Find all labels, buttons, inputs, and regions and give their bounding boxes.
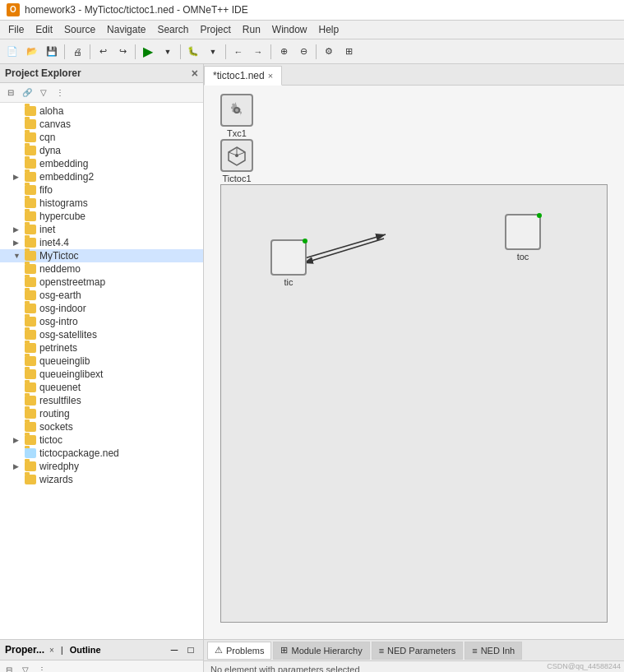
tab-label: *tictoc1.ned xyxy=(213,70,265,81)
svg-line-7 xyxy=(303,239,384,263)
redo-btn[interactable]: ↪ xyxy=(113,43,132,61)
tree-item-inet[interactable]: ▶ inet xyxy=(0,223,203,236)
link-editor-btn[interactable]: 🔗 xyxy=(20,86,35,100)
props-btn1[interactable]: ⊟ xyxy=(2,663,16,673)
tab-ned-inh[interactable]: ≡ NED Inh xyxy=(465,642,522,660)
menu-search[interactable]: Search xyxy=(152,22,193,37)
tic-label: tic xyxy=(284,277,294,287)
tree-item-wizards[interactable]: wizards xyxy=(0,473,203,486)
editor-tab-tictoc1[interactable]: *tictoc1.ned × xyxy=(204,66,282,86)
debug-btn[interactable]: 🐛 xyxy=(184,43,202,61)
tree-item-dyna[interactable]: dyna xyxy=(0,144,203,157)
menu-edit[interactable]: Edit xyxy=(30,22,58,37)
panel-max-btn[interactable]: □ xyxy=(183,642,198,657)
props-btn2[interactable]: ▽ xyxy=(18,663,33,673)
tree-label: sockets xyxy=(39,421,73,433)
tree-item-osg-indoor[interactable]: osg-indoor xyxy=(0,302,203,315)
panel-close-btn[interactable]: × xyxy=(192,67,198,80)
ned-inh-label: NED Inh xyxy=(481,646,515,656)
extra-btn1[interactable]: ⚙ xyxy=(320,43,338,61)
tictoc1-icon xyxy=(220,139,253,172)
print-btn[interactable]: 🖨 xyxy=(68,43,86,61)
menu-project[interactable]: Project xyxy=(195,22,235,37)
folder-icon xyxy=(25,238,36,248)
tree-item-tictoc[interactable]: ▶ tictoc xyxy=(0,433,203,447)
ned-parameters-icon: ≡ xyxy=(379,646,384,656)
tree-item-routing[interactable]: routing xyxy=(0,407,203,420)
tree-item-resultfiles[interactable]: resultfiles xyxy=(0,394,203,407)
svg-line-6 xyxy=(302,234,386,259)
tab-problems[interactable]: ⚠ Problems xyxy=(207,642,271,660)
svg-line-3 xyxy=(237,152,245,155)
panel-toolbar: ⊟ 🔗 ▽ ⋮ xyxy=(0,83,203,103)
folder-icon xyxy=(25,343,36,353)
window-title: homework3 - MyTictoc/tictoc1.ned - OMNeT… xyxy=(25,4,248,16)
tab-ned-parameters[interactable]: ≡ NED Parameters xyxy=(372,642,464,660)
folder-icon xyxy=(25,435,36,445)
tree-item-osg-intro[interactable]: osg-intro xyxy=(0,315,203,328)
panel-min-btn[interactable]: ─ xyxy=(167,642,182,657)
tree-label: queuenet xyxy=(39,382,81,393)
tree-item-tictocpackage[interactable]: tictocpackage.ned xyxy=(0,447,203,460)
run-btn[interactable]: ▶ xyxy=(139,43,157,61)
new-btn[interactable]: 📄 xyxy=(3,43,21,61)
props-btn3[interactable]: ⋮ xyxy=(35,663,49,673)
menu-source[interactable]: Source xyxy=(59,22,100,37)
tree-item-embedding[interactable]: embedding xyxy=(0,157,203,170)
forward-btn[interactable]: → xyxy=(249,43,267,61)
extra-btn2[interactable]: ⊞ xyxy=(340,43,358,61)
tree-item-queueinglib[interactable]: queueinglib xyxy=(0,355,203,368)
tree-item-queuenet[interactable]: queuenet xyxy=(0,381,203,394)
tree-item-openstreetmap[interactable]: openstreetmap xyxy=(0,276,203,289)
menu-navigate[interactable]: Navigate xyxy=(102,22,150,37)
folder-icon xyxy=(25,277,36,287)
save-btn[interactable]: 💾 xyxy=(43,43,61,61)
debug-dropdown[interactable]: ▼ xyxy=(204,43,222,61)
tab-close-btn[interactable]: × xyxy=(268,71,273,81)
tree-item-embedding2[interactable]: ▶ embedding2 xyxy=(0,170,203,183)
tree-item-cqn[interactable]: cqn xyxy=(0,131,203,144)
tree-item-inet44[interactable]: ▶ inet4.4 xyxy=(0,236,203,249)
tree-item-wiredphy[interactable]: ▶ wiredphy xyxy=(0,460,203,473)
tree-item-osg-satellites[interactable]: osg-satellites xyxy=(0,328,203,341)
app-icon: O xyxy=(7,3,20,16)
open-btn[interactable]: 📂 xyxy=(23,43,41,61)
collapse-all-btn[interactable]: ⊟ xyxy=(3,86,18,100)
tic-port-out xyxy=(303,239,307,243)
tree-item-queueinglibext[interactable]: queueinglibext xyxy=(0,368,203,381)
tree-item-hypercube[interactable]: hypercube xyxy=(0,210,203,223)
zoom-out-btn[interactable]: ⊖ xyxy=(294,43,312,61)
folder-icon xyxy=(25,330,36,340)
undo-btn[interactable]: ↩ xyxy=(94,43,112,61)
tree-item-sockets[interactable]: sockets xyxy=(0,420,203,433)
tictoc1-module[interactable]: Tictoc1 xyxy=(220,139,253,183)
main-layout: Project Explorer × ⊟ 🔗 ▽ ⋮ aloha canvas xyxy=(0,64,624,639)
tree-item-petrinets[interactable]: petrinets xyxy=(0,341,203,355)
tree-item-mytictoc[interactable]: ▼ MyTictoc xyxy=(0,249,203,262)
tree-label: queueinglib xyxy=(39,355,90,367)
menu-help[interactable]: Help xyxy=(314,22,344,37)
back-btn[interactable]: ← xyxy=(229,43,247,61)
tree-label: osg-intro xyxy=(39,316,78,327)
tree-item-neddemo[interactable]: neddemo xyxy=(0,262,203,276)
menu-run[interactable]: Run xyxy=(238,22,266,37)
more-btn[interactable]: ⋮ xyxy=(53,86,67,100)
ned-parameters-label: NED Parameters xyxy=(387,646,455,656)
menu-file[interactable]: File xyxy=(3,22,29,37)
tree-label: resultfiles xyxy=(39,395,81,406)
folder-icon xyxy=(25,172,36,182)
tree-item-aloha[interactable]: aloha xyxy=(0,104,203,118)
zoom-in-btn[interactable]: ⊕ xyxy=(275,43,293,61)
menu-window[interactable]: Window xyxy=(267,22,312,37)
tree-item-canvas[interactable]: canvas xyxy=(0,118,203,131)
txc1-module[interactable]: Txc1 xyxy=(220,94,253,138)
tab-module-hierarchy[interactable]: ⊞ Module Hierarchy xyxy=(273,642,369,660)
toc-port-out xyxy=(537,213,542,218)
tree-item-osg-earth[interactable]: osg-earth xyxy=(0,289,203,302)
tree-item-histograms[interactable]: histograms xyxy=(0,197,203,210)
toc-node[interactable]: toc xyxy=(505,214,541,250)
filter-btn[interactable]: ▽ xyxy=(36,86,51,100)
tree-item-fifo[interactable]: fifo xyxy=(0,183,203,197)
run-dropdown[interactable]: ▼ xyxy=(159,43,177,61)
tic-node[interactable]: tic xyxy=(270,239,307,276)
